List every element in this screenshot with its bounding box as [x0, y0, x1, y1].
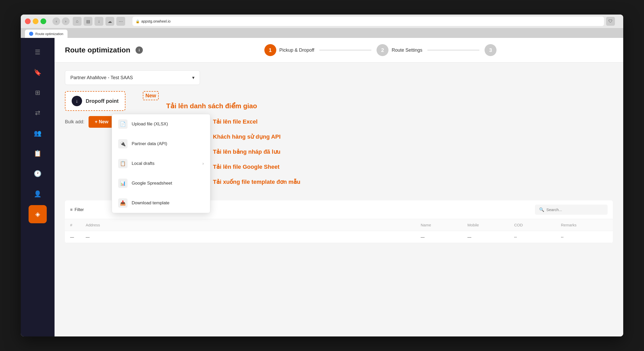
sidebar-item-routing[interactable]: ◈: [29, 205, 47, 223]
sidebar-item-bookmarks[interactable]: 🔖: [29, 63, 47, 82]
local-drafts-icon: 📋: [118, 159, 128, 168]
forward-button[interactable]: ›: [62, 17, 70, 25]
col-mobile: Mobile: [467, 223, 514, 227]
dropdown-menu: 📄 Upload file (XLSX) 🔌 Partner data (API…: [112, 114, 210, 213]
annotation-new-label: New: [143, 91, 159, 100]
reader-button[interactable]: ▤: [84, 17, 92, 26]
grid-button[interactable]: ⋯: [116, 17, 125, 26]
cell-mobile: —: [467, 235, 514, 239]
sidebar-item-users[interactable]: 👥: [29, 124, 47, 142]
close-button[interactable]: [25, 18, 31, 24]
google-spreadsheet-label: Google Spreadsheet: [132, 181, 172, 186]
download-button[interactable]: ↓: [95, 17, 103, 26]
step-2-label: Route Settings: [392, 48, 422, 53]
col-cod: COD: [514, 223, 561, 227]
tab-favicon: [29, 32, 33, 36]
dropdown-item-local-drafts[interactable]: 📋 Local drafts ›: [112, 154, 210, 173]
annotation-api: Khách hàng sử dụng API: [213, 133, 281, 140]
content-area: Partner AhaMove - Test SAAS ▾ ↓ Dropoff …: [55, 63, 623, 336]
step-3: 3: [485, 44, 497, 56]
annotation-local-drafts: Tải lên bảng nháp đã lưu: [213, 148, 280, 155]
col-num: #: [70, 223, 86, 227]
dropoff-label: Dropoff point: [86, 98, 119, 104]
upload-xlsx-label: Upload file (XLSX): [132, 122, 168, 127]
filter-button[interactable]: ≡ Filter: [70, 207, 84, 212]
partner-dropdown[interactable]: Partner AhaMove - Test SAAS ▾: [65, 70, 200, 85]
filter-label: Filter: [75, 207, 84, 212]
shield-icon[interactable]: 🛡: [606, 17, 615, 26]
step-2-circle: 2: [377, 44, 388, 56]
annotation-google-sheet: Tải lên file Google Sheet: [213, 164, 279, 170]
dropdown-item-upload-xlsx[interactable]: 📄 Upload file (XLSX): [112, 114, 210, 134]
sidebar-item-dashboard[interactable]: ⊞: [29, 84, 47, 102]
sidebar: ☰ 🔖 ⊞ ⇄ 👥 📋 🕐 👤 ◈: [21, 38, 55, 336]
dropdown-item-partner-api[interactable]: 🔌 Partner data (API): [112, 134, 210, 154]
search-input[interactable]: [546, 207, 603, 212]
info-icon[interactable]: i: [136, 46, 143, 54]
sidebar-item-menu[interactable]: ☰: [29, 43, 47, 61]
bulk-add-label: Bulk add:: [65, 119, 84, 125]
cell-num: —: [70, 235, 86, 239]
cell-remarks: --: [561, 235, 608, 239]
lock-icon: 🔒: [136, 19, 140, 23]
page-header: Route optimization i 1 Pickup & Dropoff …: [55, 38, 623, 63]
cloud-button[interactable]: ☁: [105, 17, 114, 26]
minimize-button[interactable]: [33, 18, 38, 24]
cell-address: —: [86, 235, 421, 239]
search-icon: 🔍: [539, 207, 544, 212]
maximize-button[interactable]: [41, 18, 46, 24]
step-3-circle: 3: [485, 44, 497, 56]
table-header: # Address Name Mobile COD Remarks: [65, 219, 613, 231]
col-address: Address: [86, 223, 421, 227]
partner-api-label: Partner data (API): [132, 141, 167, 146]
address-bar[interactable]: 🔒 appstg.onwheel.io: [132, 17, 604, 26]
table-row: — — — — -- --: [65, 231, 613, 243]
step-line-2: [427, 50, 479, 50]
download-template-label: Download template: [132, 200, 170, 206]
dropoff-icon: ↓: [72, 96, 82, 106]
active-tab[interactable]: Route optimization: [25, 30, 68, 38]
step-line-1: [319, 50, 371, 50]
sidebar-item-profile[interactable]: 👤: [29, 185, 47, 203]
cell-cod: --: [514, 235, 561, 239]
step-1-circle: 1: [264, 44, 276, 56]
tab-label: Route optimization: [35, 32, 63, 36]
download-template-icon: 📥: [118, 198, 128, 208]
page-title: Route optimization: [65, 46, 130, 54]
url-text: appstg.onwheel.io: [141, 19, 171, 23]
sidebar-item-reports[interactable]: 📋: [29, 144, 47, 163]
annotation-main-title: Tải lên danh sách điểm giao: [166, 102, 257, 110]
col-remarks: Remarks: [561, 223, 608, 227]
filter-icon: ≡: [70, 207, 72, 212]
sidebar-item-history[interactable]: 🕐: [29, 165, 47, 183]
dropdown-item-download-template[interactable]: 📥 Download template: [112, 193, 210, 213]
col-name: Name: [421, 223, 467, 227]
step-1: 1 Pickup & Dropoff: [264, 44, 314, 56]
main-content: Route optimization i 1 Pickup & Dropoff …: [55, 38, 623, 336]
stepper: 1 Pickup & Dropoff 2 Route Settings 3: [148, 44, 613, 56]
chevron-right-icon: ›: [202, 161, 204, 166]
sidebar-item-transfer[interactable]: ⇄: [29, 104, 47, 122]
google-spreadsheet-icon: 📊: [118, 179, 128, 188]
home-button[interactable]: ⌂: [73, 17, 82, 26]
back-button[interactable]: ‹: [52, 17, 60, 25]
dropoff-section: ↓ Dropoff point: [65, 91, 125, 111]
cell-name: —: [421, 235, 467, 239]
partner-value: Partner AhaMove - Test SAAS: [70, 75, 133, 80]
step-1-label: Pickup & Dropoff: [279, 48, 314, 53]
traffic-lights: [25, 18, 46, 24]
step-2: 2 Route Settings: [377, 44, 422, 56]
annotation-download-template: Tải xuống file template đơn mẫu: [213, 179, 300, 185]
local-drafts-label: Local drafts: [132, 161, 155, 166]
chevron-down-icon: ▾: [192, 75, 194, 80]
partner-api-icon: 🔌: [118, 139, 128, 148]
new-button[interactable]: + New: [89, 116, 115, 128]
dropdown-item-google-spreadsheet[interactable]: 📊 Google Spreadsheet: [112, 173, 210, 193]
search-box[interactable]: 🔍: [535, 205, 608, 215]
upload-xlsx-icon: 📄: [118, 119, 128, 129]
